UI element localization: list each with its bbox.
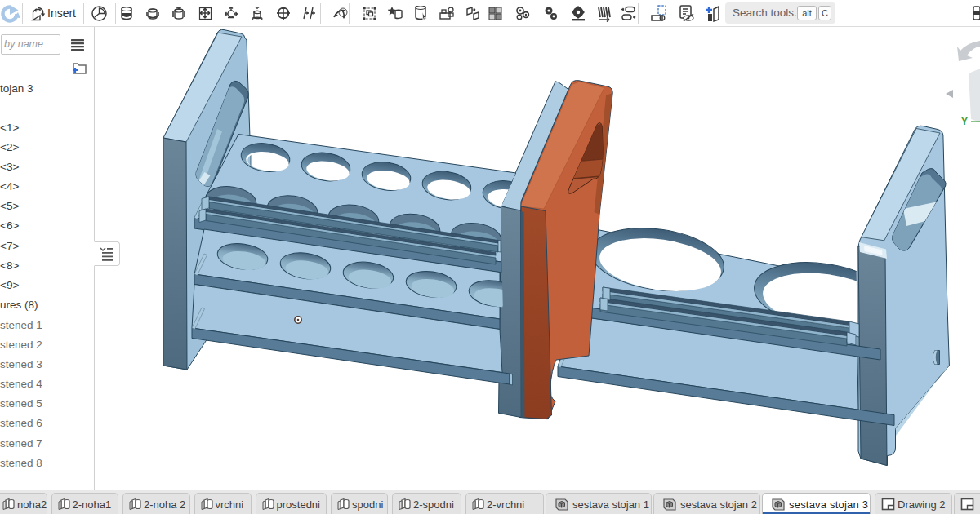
svg-text:Y: Y — [961, 116, 968, 127]
